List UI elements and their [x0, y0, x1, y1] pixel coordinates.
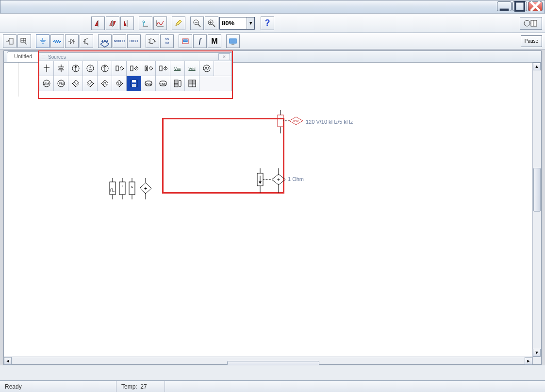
svg-text:FSK: FSK: [160, 82, 166, 85]
scroll-corner: [532, 357, 541, 364]
statusbar: Ready Temp: 27: [0, 380, 545, 392]
save-icon[interactable]: [127, 76, 141, 91]
svg-text:c: c: [131, 184, 133, 189]
vcc-button[interactable]: Vcc: [170, 61, 185, 76]
canvas[interactable]: + − FSK 120 V/10 kHz/5 kHz +: [4, 63, 541, 357]
grip-icon: [41, 55, 46, 59]
v-thumb[interactable]: [533, 168, 541, 212]
tab-untitled[interactable]: Untitled: [7, 51, 39, 62]
flip-horiz-icon[interactable]: [91, 16, 105, 30]
svg-rect-103: [132, 84, 136, 87]
current-source-icon[interactable]: [68, 61, 83, 76]
main-toolbar: ▾ ?: [0, 14, 545, 33]
mixed-button[interactable]: MIXED: [113, 34, 126, 48]
palette-title-text: Sources: [48, 54, 66, 60]
svg-rect-94: [160, 66, 162, 71]
pulse-diamond2-icon[interactable]: [112, 76, 127, 91]
zoom-in-icon[interactable]: [205, 16, 218, 30]
fsk-source-icon[interactable]: FSK: [156, 76, 170, 91]
transistor-icon[interactable]: [80, 34, 93, 48]
macro-button[interactable]: M: [208, 34, 221, 48]
dc-voltage-icon[interactable]: +: [83, 61, 98, 76]
digital-button[interactable]: DIGIT: [127, 34, 141, 48]
list-config2-icon[interactable]: [185, 76, 199, 91]
sources-palette[interactable]: Sources ✕ + + Vcc Vdd AM FM: [39, 52, 232, 91]
svg-line-16: [213, 24, 215, 27]
ctrl-src2-icon[interactable]: +: [127, 61, 141, 76]
svg-text:+: +: [89, 65, 91, 69]
svg-rect-42: [183, 40, 187, 42]
horizontal-scrollbar[interactable]: ◄ ►: [4, 357, 532, 364]
pul-source-icon[interactable]: PUL: [141, 76, 156, 91]
list-config-icon[interactable]: [170, 76, 185, 91]
svg-rect-61: [110, 182, 116, 195]
help-button[interactable]: ?: [261, 16, 274, 30]
minimize-button[interactable]: [497, 1, 512, 11]
arrow-panel-icon[interactable]: [3, 34, 17, 48]
svg-text:+: +: [121, 184, 123, 189]
scroll-left-icon[interactable]: ◄: [4, 357, 12, 365]
zoom-combobox[interactable]: ▾: [219, 17, 255, 30]
palette-row-1: + + Vcc Vdd: [39, 61, 232, 76]
probe-icon[interactable]: [139, 16, 152, 30]
svg-rect-43: [230, 39, 236, 43]
svg-rect-89: [116, 66, 118, 71]
palette-row-2: AM FM PUL FSK: [39, 76, 232, 91]
clock-source-icon[interactable]: [199, 61, 214, 76]
svg-rect-102: [132, 80, 136, 82]
scroll-up-icon[interactable]: ▲: [533, 63, 541, 70]
svg-text:+: +: [144, 186, 147, 191]
pause-button[interactable]: Pause: [521, 35, 542, 47]
vertical-scrollbar[interactable]: ▲ ▼: [532, 63, 541, 357]
zoom-dropdown-icon[interactable]: ▾: [247, 17, 254, 29]
function-button[interactable]: f: [193, 34, 207, 48]
grid-arrow-icon[interactable]: [17, 34, 31, 48]
controlled-source-symbol[interactable]: +: [254, 168, 288, 193]
scroll-right-icon[interactable]: ►: [525, 357, 532, 365]
display-icon[interactable]: [226, 34, 240, 48]
sine-diamond-icon[interactable]: [68, 76, 83, 91]
ctrl-src3-icon[interactable]: [141, 61, 156, 76]
maximize-button[interactable]: [512, 1, 527, 11]
fsk-source-symbol[interactable]: + − FSK: [275, 110, 304, 133]
zoom-out-icon[interactable]: [190, 16, 204, 30]
lower-gap: [0, 365, 545, 380]
component-toolbar: ANA MIXED DIGIT SO RO f M Pause: [0, 33, 545, 49]
ground-icon[interactable]: [39, 61, 54, 76]
ctrl-src1-icon[interactable]: [112, 61, 127, 76]
svg-point-7: [143, 21, 145, 23]
mirror-right-icon[interactable]: [120, 16, 134, 30]
edit-icon[interactable]: [172, 16, 185, 30]
palette-titlebar[interactable]: Sources ✕: [39, 52, 232, 61]
palette-close-button[interactable]: ✕: [218, 53, 230, 60]
zoom-input[interactable]: [220, 17, 247, 29]
controlled-source-label: 1 Ohm: [288, 176, 304, 182]
sine-diamond2-icon[interactable]: [83, 76, 98, 91]
fm-source-icon[interactable]: FM: [54, 76, 68, 91]
svg-line-13: [198, 24, 200, 27]
analog-button[interactable]: ANA: [98, 34, 112, 48]
ground-source-icon[interactable]: [36, 34, 50, 48]
mirror-left-icon[interactable]: [106, 16, 119, 30]
gate-icon[interactable]: [146, 34, 159, 48]
svg-text:FSK: FSK: [293, 120, 299, 123]
svg-rect-90: [131, 66, 133, 71]
small-sources-cluster[interactable]: + c +: [108, 178, 156, 201]
pulse-diamond-icon[interactable]: [98, 76, 112, 91]
ctrl-src4-icon[interactable]: [156, 61, 170, 76]
scroll-down-icon[interactable]: ▼: [533, 349, 541, 357]
svg-text:+: +: [277, 177, 280, 182]
am-source-icon[interactable]: AM: [39, 76, 54, 91]
waveform-icon[interactable]: [153, 16, 167, 30]
battery-icon[interactable]: [54, 61, 68, 76]
diode-icon[interactable]: [65, 34, 79, 48]
soro-button[interactable]: SO RO: [160, 34, 174, 48]
svg-text:+: +: [280, 116, 282, 121]
ac-current-icon[interactable]: [98, 61, 112, 76]
book-widget-icon[interactable]: [520, 17, 542, 30]
resistor-icon[interactable]: [50, 34, 64, 48]
vdd-button[interactable]: Vdd: [185, 61, 199, 76]
status-temp: Temp: 27: [116, 381, 165, 392]
close-button[interactable]: [528, 1, 543, 11]
instrument-icon[interactable]: [179, 34, 192, 48]
